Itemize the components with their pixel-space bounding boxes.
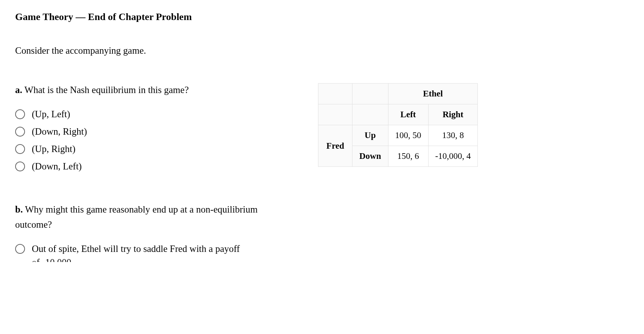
option-a-3-text: (Up, Right) — [32, 144, 75, 154]
question-a-text: What is the Nash equilibrium in this gam… — [22, 85, 189, 95]
page-title: Game Theory — End of Chapter Problem — [15, 11, 629, 23]
radio-icon[interactable] — [15, 162, 25, 171]
option-a-3: (Up, Right) — [15, 144, 295, 154]
question-b: b. Why might this game reasonably end up… — [15, 202, 295, 232]
radio-icon[interactable] — [15, 127, 25, 137]
option-b-1-text: Out of spite, Ethel will try to saddle F… — [32, 244, 240, 254]
row-header-down: Down — [352, 146, 388, 167]
question-column: Consider the accompanying game. a. What … — [15, 45, 295, 268]
question-a: a. What is the Nash equilibrium in this … — [15, 82, 295, 98]
corner-cell — [318, 84, 352, 104]
question-b-text: Why might this game reasonably end up at… — [15, 204, 257, 230]
payoff-cell: 100, 50 — [388, 125, 428, 146]
intro-text: Consider the accompanying game. — [15, 45, 295, 56]
option-a-2-text: (Down, Right) — [32, 126, 87, 137]
question-a-label: a. — [15, 85, 22, 95]
option-a-1: (Up, Left) — [15, 109, 295, 120]
payoff-cell: -10,000, 4 — [428, 146, 478, 167]
option-b-1: Out of spite, Ethel will try to saddle F… — [15, 244, 295, 254]
question-b-label: b. — [15, 204, 23, 214]
corner-cell — [352, 84, 388, 104]
row-header-up: Up — [352, 125, 388, 146]
radio-icon[interactable] — [15, 144, 25, 154]
row-player-header: Fred — [318, 125, 352, 167]
payoff-matrix: Ethel Left Right Fred Up 100, 50 130, 8 … — [318, 83, 478, 167]
radio-icon[interactable] — [15, 244, 25, 254]
option-b-1-cutoff-text: of -10,000. — [32, 257, 295, 268]
option-a-1-text: (Up, Left) — [32, 109, 70, 120]
col-header-right: Right — [428, 104, 478, 125]
matrix-column: Ethel Left Right Fred Up 100, 50 130, 8 … — [318, 45, 481, 268]
option-a-4-text: (Down, Left) — [32, 161, 82, 172]
question-b-options: Out of spite, Ethel will try to saddle F… — [15, 244, 295, 254]
payoff-cell: 150, 6 — [388, 146, 428, 167]
question-a-options: (Up, Left) (Down, Right) (Up, Right) (Do… — [15, 109, 295, 172]
option-a-2: (Down, Right) — [15, 126, 295, 137]
col-player-header: Ethel — [388, 84, 478, 104]
option-a-4: (Down, Left) — [15, 161, 295, 172]
payoff-cell: 130, 8 — [428, 125, 478, 146]
corner-cell — [318, 104, 352, 125]
radio-icon[interactable] — [15, 109, 25, 119]
corner-cell — [352, 104, 388, 125]
col-header-left: Left — [388, 104, 428, 125]
